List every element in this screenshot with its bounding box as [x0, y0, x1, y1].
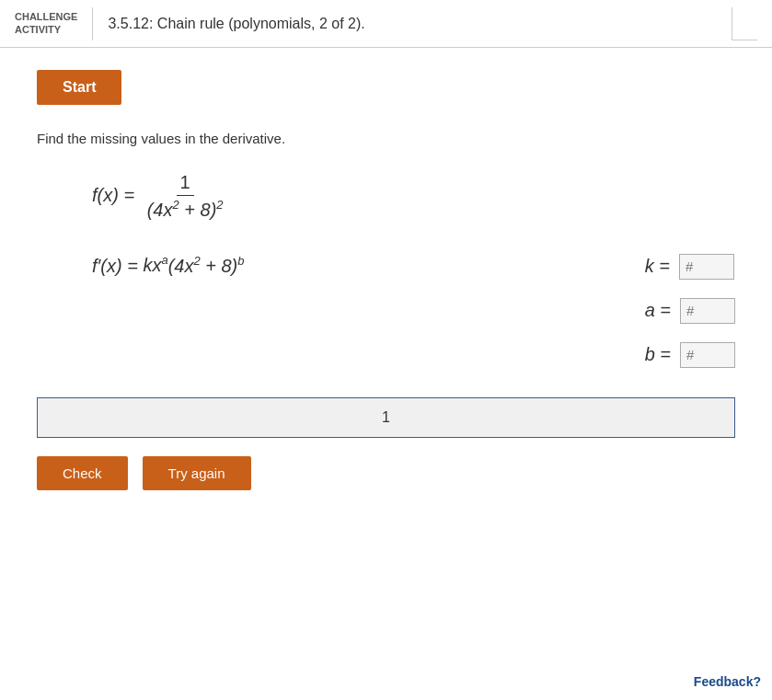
- step-box: 1: [37, 397, 735, 438]
- inputs-section: k = a = b =: [590, 254, 735, 368]
- b-label: b =: [645, 344, 671, 365]
- feedback-link[interactable]: Feedback?: [694, 674, 761, 689]
- header-divider: [92, 7, 93, 40]
- numerator: 1: [177, 172, 194, 196]
- a-label: a =: [645, 300, 671, 321]
- k-input[interactable]: [679, 254, 734, 280]
- k-label: k =: [645, 256, 670, 277]
- denominator: (4x2 + 8)2: [144, 196, 227, 221]
- function-display: f(x) = 1 (4x2 + 8)2: [92, 172, 735, 221]
- challenge-activity-label: CHALLENGE ACTIVITY: [15, 11, 77, 35]
- fraction-display: 1 (4x2 + 8)2: [144, 172, 227, 221]
- k-input-row: k =: [645, 254, 735, 280]
- derivative-inputs-row: f′(x) = kxa(4x2 + 8)b k = a = b =: [92, 254, 735, 368]
- start-button[interactable]: Start: [37, 70, 121, 105]
- main-content: Start Find the missing values in the der…: [0, 48, 772, 531]
- function-label: f(x) =: [92, 185, 134, 205]
- header-corner: [732, 7, 757, 40]
- header: CHALLENGE ACTIVITY 3.5.12: Chain rule (p…: [0, 0, 772, 48]
- a-input-row: a =: [645, 298, 735, 324]
- header-title: 3.5.12: Chain rule (polynomials, 2 of 2)…: [108, 16, 364, 32]
- b-input-row: b =: [645, 342, 735, 368]
- b-input[interactable]: [680, 342, 735, 368]
- a-input[interactable]: [680, 298, 735, 324]
- check-button[interactable]: Check: [37, 456, 128, 490]
- function-formula: f(x) = 1 (4x2 + 8)2 f′(x) = kxa(4x2 + 8)…: [92, 172, 735, 368]
- step-value: 1: [382, 409, 390, 426]
- try-again-button[interactable]: Try again: [143, 456, 251, 490]
- action-buttons: Check Try again: [37, 456, 735, 490]
- derivative-formula: f′(x) = kxa(4x2 + 8)b: [92, 254, 386, 277]
- instruction-text: Find the missing values in the derivativ…: [37, 131, 735, 146]
